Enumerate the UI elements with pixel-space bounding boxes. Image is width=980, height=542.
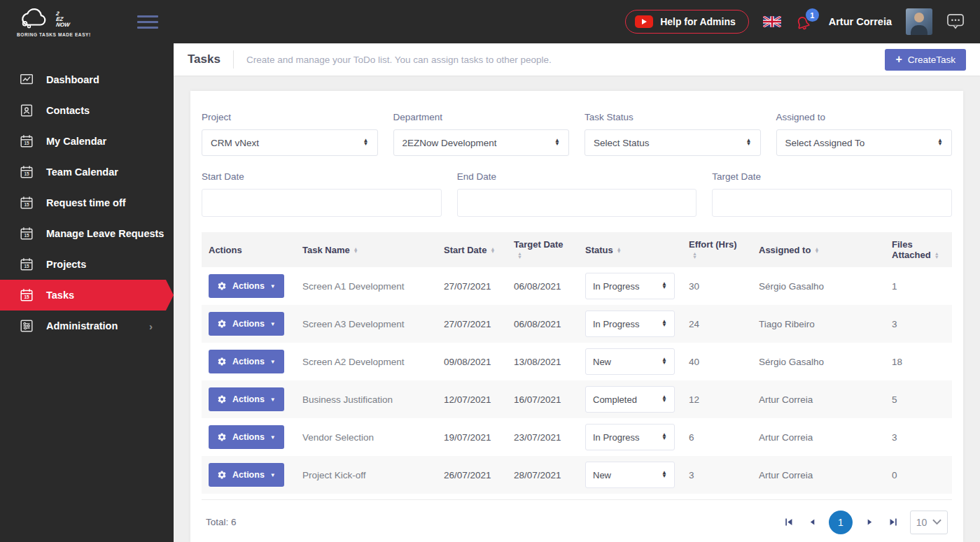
select-updown-icon: ▲▼ [937,139,943,146]
col-header-target-date[interactable]: Target Date▲▼ [507,232,578,267]
sidebar-item-dashboard[interactable]: Dashboard [0,64,174,95]
main-content: Tasks Create and manage your ToDo list. … [174,43,980,542]
page-header: Tasks Create and manage your ToDo list. … [174,43,980,76]
col-header-files-attached[interactable]: Files Attached▲▼ [885,232,952,267]
calendar-icon: 15 [19,257,34,272]
status-select[interactable]: Completed▲▼ [585,386,675,413]
row-actions-button[interactable]: Actions▼ [209,463,284,487]
calendar-icon: 15 [19,287,34,303]
svg-text:15: 15 [24,202,29,207]
table-row: Actions▼Project Kick-off26/07/202128/07/… [202,456,952,494]
chevron-down-icon: ▼ [270,434,276,441]
gear-icon [217,281,227,291]
svg-text:15: 15 [24,233,29,238]
table-row: Actions▼Screen A1 Development27/07/20210… [202,267,952,305]
assigned-to-select[interactable]: Select Assigned To ▲▼ [776,129,953,156]
current-page-button[interactable]: 1 [829,511,853,534]
col-header-effort[interactable]: Effort (Hrs)▲▼ [682,232,752,267]
cell-files-attached: 18 [885,343,952,380]
total-count: Total: 6 [206,517,237,527]
sidebar-item-contacts[interactable]: Contacts [0,95,174,126]
cell-start-date: 19/07/2021 [437,418,507,456]
row-actions-button[interactable]: Actions▼ [209,274,284,298]
cell-assigned-to: Artur Correia [752,380,885,418]
cell-effort: 12 [682,380,752,418]
sidebar-item-request-time-off[interactable]: 15 Request time off [0,187,174,218]
sidebar-item-team-calendar[interactable]: 15 Team Calendar [0,157,174,187]
project-select[interactable]: CRM vNext ▲▼ [202,129,378,156]
notifications-bell-icon[interactable]: 1 [795,11,815,32]
col-header-start-date[interactable]: Start Date▲▼ [437,232,507,267]
help-for-admins-button[interactable]: Help for Admins [625,10,749,34]
col-header-status[interactable]: Status▲▼ [578,232,682,267]
svg-text:15: 15 [24,171,29,176]
cell-task-name: Screen A2 Development [295,343,437,380]
uk-flag-icon[interactable] [763,16,781,27]
sidebar-item-administration[interactable]: Administration › [0,311,174,341]
select-updown-icon: ▲▼ [662,471,667,478]
row-actions-button[interactable]: Actions▼ [209,425,284,449]
status-select[interactable]: New▲▼ [585,348,675,375]
status-select[interactable]: In Progress▲▼ [585,424,675,450]
select-updown-icon: ▲▼ [662,434,667,441]
status-select[interactable]: New▲▼ [585,462,675,488]
notification-badge: 1 [806,8,819,22]
menu-toggle-icon[interactable] [137,15,158,29]
cell-start-date: 27/07/2021 [437,267,507,305]
chevron-right-icon: › [149,320,174,332]
user-avatar[interactable] [906,8,932,35]
cell-effort: 40 [682,343,752,380]
page-size-select[interactable]: 10 [910,511,948,534]
select-updown-icon: ▲▼ [746,139,752,146]
row-actions-button[interactable]: Actions▼ [209,387,284,411]
sidebar-item-my-calendar[interactable]: 15 My Calendar [0,126,174,157]
col-header-task-name[interactable]: Task Name▲▼ [295,232,437,267]
cell-start-date: 09/08/2021 [437,343,507,380]
cell-files-attached: 5 [885,380,952,418]
first-page-button[interactable] [781,515,795,529]
table-header-row: Actions Task Name▲▼ Start Date▲▼ Target … [202,232,952,267]
cell-task-name: Business Justification [295,380,437,418]
cell-task-name: Screen A3 Development [295,305,437,343]
sidebar-item-manage-leave-requests[interactable]: 15 Manage Leave Requests [0,218,174,249]
cell-effort: 6 [682,418,752,456]
table-row: Actions▼Screen A2 Development09/08/20211… [202,343,952,380]
row-actions-button[interactable]: Actions▼ [209,350,284,373]
svg-text:15: 15 [24,264,29,269]
create-task-button[interactable]: + CreateTask [885,49,966,71]
col-header-assigned-to[interactable]: Assigned to▲▼ [752,232,885,267]
chevron-down-icon [932,519,941,525]
cell-task-name: Vendor Selection [295,418,437,456]
next-page-button[interactable] [862,515,876,529]
target-date-input[interactable] [712,189,952,217]
cell-effort: 30 [682,267,752,305]
sidebar-item-tasks[interactable]: 15 Tasks [0,280,174,311]
select-updown-icon: ▲▼ [662,358,667,365]
status-select[interactable]: In Progress▲▼ [585,311,675,337]
cell-files-attached: 3 [885,418,952,456]
task-status-select[interactable]: Select Status ▲▼ [584,129,761,156]
department-select[interactable]: 2EZNow Development ▲▼ [393,129,570,156]
cloud-logo-icon [17,7,53,31]
chat-icon[interactable] [946,13,965,30]
sort-icon: ▲▼ [354,248,358,254]
svg-text:15: 15 [24,141,29,145]
youtube-icon [635,15,653,28]
previous-page-button[interactable] [805,515,819,529]
user-name[interactable]: Artur Correia [829,16,892,27]
status-select[interactable]: In Progress▲▼ [585,273,675,299]
sidebar-item-projects[interactable]: 15 Projects [0,249,174,280]
project-filter-label: Project [202,112,378,122]
last-page-button[interactable] [886,515,900,529]
row-actions-button[interactable]: Actions▼ [209,312,284,336]
chevron-down-icon: ▼ [270,359,276,365]
end-date-input[interactable] [457,189,697,217]
sort-icon: ▲▼ [934,252,939,259]
cell-start-date: 12/07/2021 [437,380,507,418]
cell-target-date: 16/07/2021 [507,380,578,418]
cell-effort: 3 [682,456,752,494]
sidebar: Dashboard Contacts 15 My Calendar 15 Tea… [0,43,174,542]
gear-icon [217,319,227,329]
header-divider [233,50,234,69]
start-date-input[interactable] [202,189,442,217]
